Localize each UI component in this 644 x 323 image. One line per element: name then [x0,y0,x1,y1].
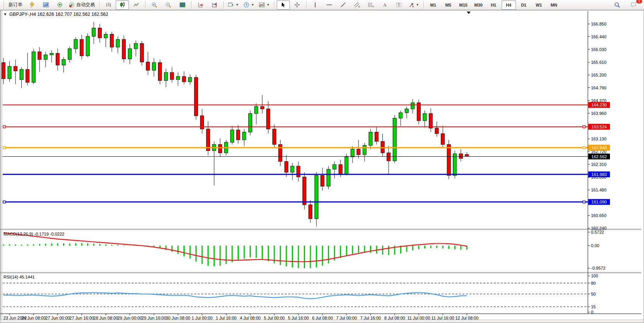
zoom-out-button[interactable] [162,0,175,10]
notification-badge: 1 [636,0,642,4]
svg-text:A: A [383,2,387,8]
toolbar-separator [191,1,192,9]
tf-m5-button[interactable]: M5 [441,0,456,10]
dropdown-arrow-icon: ▼ [236,3,239,7]
tf-m1-button[interactable]: M1 [426,0,440,10]
auto-trading-button[interactable]: 自动交易 [67,0,97,10]
periods-button[interactable]: ▼ [242,0,256,10]
toolbar-separator [274,1,274,9]
svg-text:163.524: 163.524 [591,125,607,129]
vertical-line-button[interactable] [309,0,322,10]
notifications-button[interactable]: 1 [627,0,640,10]
toolbar-grip[interactable] [3,2,5,9]
horizontal-line-button[interactable] [323,0,336,10]
zoom-in-button[interactable] [148,0,161,10]
chart-title: ▼ GBPJPY-,H4 162.626 162.707 162.562 162… [3,12,108,17]
new-chart-button[interactable]: ▼ [226,0,241,10]
vertical-line-icon [312,2,318,8]
crosshair-icon [294,2,300,8]
tf-d1-button[interactable]: D1 [517,0,531,10]
charts-icon [43,2,49,8]
candle-chart-button[interactable] [116,0,129,10]
toolbar-separator [423,1,424,9]
tile-windows-icon [180,2,185,8]
line-chart-button[interactable] [130,0,143,10]
tile-windows-button[interactable] [176,0,189,10]
svg-text:163.960: 163.960 [591,111,606,116]
toolbar-separator [145,1,146,9]
rsi-indicator-label: RSI(14) 45.1441 [3,275,35,279]
tf-h4-button[interactable]: H4 [502,0,516,10]
tf-w1-button[interactable]: W1 [532,0,546,10]
auto-scroll-icon [212,2,218,8]
macd-indicator-label: MACD(12,26,9) -0.1719 -0.0222 [3,232,64,236]
search-icon [614,2,620,8]
collapse-triangle-icon[interactable]: ▼ [3,12,7,16]
navigator-icon [57,2,63,8]
svg-text:80: 80 [591,281,596,285]
svg-text:100: 100 [591,273,598,278]
fibonacci-button[interactable]: F [365,0,378,10]
trendline-button[interactable] [337,0,350,10]
main-toolbar: 新订单 自动交易 [0,0,644,10]
dropdown-arrow-icon: ▼ [251,3,254,7]
svg-text:165.200: 165.200 [591,73,606,77]
search-button[interactable] [611,0,624,10]
svg-text:166.440: 166.440 [591,34,606,39]
cursor-button[interactable] [277,0,290,10]
zoom-in-icon [151,2,158,8]
tf-m15-button[interactable]: M15 [456,0,471,10]
svg-text:0: 0 [591,310,593,314]
candle-chart-icon [120,2,125,8]
bar-chart-button[interactable] [102,0,115,10]
price-lines [3,105,588,203]
bar-end-marker [467,12,471,14]
window-bottom-edge [0,320,644,323]
autotrade-icon [69,2,75,8]
tf-mn-button[interactable]: MN [547,0,561,10]
svg-text:162.310: 162.310 [591,162,606,167]
cursor-icon [280,2,286,8]
charts-button[interactable] [39,0,52,10]
channel-icon: E [354,2,360,8]
crosshair-button[interactable] [291,0,304,10]
svg-text:160.650: 160.650 [591,213,606,218]
svg-text:162.848: 162.848 [591,145,607,150]
zoom-out-icon [165,2,171,8]
kite-button[interactable] [25,0,38,10]
svg-text:164.790: 164.790 [591,85,606,90]
toolbar-separator [223,1,224,9]
periods-clock-icon [243,2,249,8]
bar-chart-icon [106,2,111,8]
tf-h1-button[interactable]: H1 [486,0,501,10]
chart-canvas[interactable]: 166.850166.440166.030165.610165.200164.7… [0,10,644,323]
auto-scroll-button[interactable] [208,0,221,10]
trendline-icon [340,2,346,8]
dropdown-arrow-icon: ▼ [267,3,270,7]
shift-end-button[interactable] [194,0,207,10]
svg-text:163.130: 163.130 [591,137,606,141]
application-window: 新订单 自动交易 [0,0,644,323]
text-button[interactable]: A [379,0,392,10]
navigator-button[interactable] [53,0,66,10]
svg-text:15: 15 [591,304,596,309]
chart-title-text: GBPJPY-,H4 162.626 162.707 162.562 162.5… [9,12,108,17]
tf-m30-button[interactable]: M30 [471,0,486,10]
svg-text:161.090: 161.090 [591,200,607,204]
toolbar-separator [99,1,99,9]
macd-axis: 0.57220.00-0.9572 [588,230,605,270]
arrows-button[interactable]: ▼ [406,0,421,10]
new-order-label: 新订单 [9,2,22,8]
shift-end-icon [198,2,204,8]
channel-button[interactable]: E [351,0,364,10]
svg-text:F: F [373,5,374,8]
new-order-button[interactable]: 新订单 [7,0,24,10]
svg-text:165.610: 165.610 [591,60,606,65]
text-label-icon: T [396,2,402,8]
rsi-line [3,292,467,299]
text-label-button[interactable]: T [392,0,406,10]
indicators-button[interactable]: ▼ [257,0,272,10]
horizontal-line-icon [326,2,332,8]
arrows-icon [408,2,414,8]
text-icon: A [382,2,388,8]
